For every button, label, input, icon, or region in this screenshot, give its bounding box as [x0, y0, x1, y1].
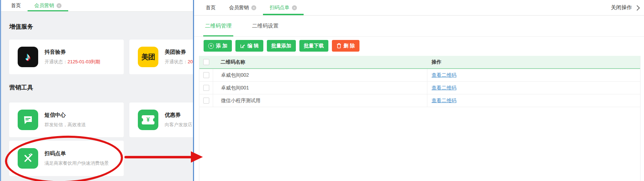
left-edge-scrollbar: [0, 0, 1, 181]
header-checkbox-cell: [199, 59, 213, 65]
add-button-label: 添 加: [216, 43, 227, 49]
tab-home-label: 首页: [11, 2, 21, 9]
section-heading-marketing-tools: 营销工具: [9, 83, 33, 92]
qr-name-cell: 微信小程序测试用: [213, 94, 427, 107]
tab-member-marketing[interactable]: 会员营销 ×: [222, 0, 263, 15]
row-action-cell: 查看二维码: [427, 94, 640, 107]
view-qr-link[interactable]: 查看二维码: [432, 85, 456, 91]
edit-icon: [240, 43, 245, 48]
card-title: 抖音验券: [45, 49, 100, 56]
batch-add-button[interactable]: 批量添加: [267, 40, 296, 52]
table-header-row: 二维码名称 操作: [199, 56, 640, 69]
card-douyin-voucher[interactable]: ♪ 抖音验券 开通状态：2125-01-03到期: [9, 40, 124, 74]
annotation-red-arrow-shaft: [124, 156, 192, 158]
table-row: 卓威包间002 查看二维码: [199, 69, 640, 82]
close-icon[interactable]: ×: [292, 5, 297, 10]
close-operation-label: 关闭操作: [611, 4, 632, 11]
row-checkbox[interactable]: [203, 98, 209, 104]
row-checkbox[interactable]: [203, 72, 209, 78]
tab-home[interactable]: 首页: [4, 0, 28, 11]
column-header-action: 操作: [427, 59, 640, 65]
batch-add-button-label: 批量添加: [271, 43, 291, 49]
add-button[interactable]: + 添 加: [204, 40, 232, 52]
tab-home[interactable]: 首页: [199, 0, 222, 15]
view-qr-link[interactable]: 查看二维码: [432, 72, 456, 78]
row-checkbox-cell: [199, 94, 213, 107]
app-window: 首页 会员营销 × 增值服务 ♪ 抖音验券 开通状态：2125-01-03到期 …: [0, 0, 644, 181]
card-text: 美团验券 开通状态：20: [165, 49, 193, 65]
column-header-name: 二维码名称: [213, 59, 427, 65]
card-desc: 群发短信，高效准送: [45, 122, 86, 128]
meituan-icon-text: 美团: [141, 52, 155, 62]
status-value: 20: [188, 59, 193, 64]
card-desc: 向客户发放店: [165, 122, 192, 128]
batch-download-button-label: 批量下载: [304, 43, 324, 49]
card-title: 美团验券: [165, 49, 193, 56]
subtab-qr-management[interactable]: 二维码管理: [203, 16, 233, 36]
card-title: 短信中心: [45, 112, 86, 118]
row-action-cell: 查看二维码: [427, 69, 640, 81]
close-icon[interactable]: ×: [57, 3, 62, 8]
close-operation-button[interactable]: 关闭操作: [611, 0, 639, 15]
tab-member-marketing[interactable]: 会员营销 ×: [28, 0, 68, 11]
tab-home-label: 首页: [206, 5, 216, 11]
qr-toolbar: + 添 加 编 辑 批量添加 批量下载 删 除: [204, 40, 359, 52]
yen-glyph: ¥: [147, 117, 150, 123]
coupon-icon: ¥: [138, 110, 158, 130]
view-qr-link[interactable]: 查看二维码: [432, 98, 456, 104]
table-row: 卓威包间001 查看二维码: [199, 82, 640, 94]
card-coupon[interactable]: ¥ 优惠券 向客户发放店: [129, 103, 193, 137]
row-checkbox-cell: [199, 82, 213, 94]
status-value: 2125-01-03到期: [68, 59, 100, 64]
card-text: 优惠券 向客户发放店: [165, 112, 192, 128]
tab-scan-order[interactable]: 扫码点单 ×: [263, 0, 304, 15]
chat-bubble-icon: [22, 114, 34, 125]
section-heading-value-added: 增值服务: [9, 23, 33, 31]
close-icon[interactable]: ×: [251, 5, 256, 10]
card-title: 优惠券: [165, 112, 192, 118]
tab-member-marketing-label: 会员营销: [34, 2, 54, 9]
douyin-icon: ♪: [18, 47, 38, 67]
trash-icon: [336, 43, 341, 48]
edit-button-label: 编 辑: [247, 43, 259, 49]
tab-member-marketing-label: 会员营销: [229, 5, 249, 11]
table-row: 微信小程序测试用 查看二维码: [199, 94, 640, 107]
meituan-icon: 美团: [138, 47, 158, 67]
tab-scan-order-label: 扫码点单: [270, 5, 289, 11]
sms-icon: [18, 110, 38, 130]
subtab-qr-management-label: 二维码管理: [205, 23, 232, 29]
right-tab-bar: 首页 会员营销 × 扫码点单 × 关闭操作: [194, 0, 644, 16]
status-label: 开通状态：: [45, 59, 68, 64]
card-status: 开通状态：20: [165, 59, 193, 65]
qr-subtab-bar: 二维码管理 二维码设置: [194, 16, 644, 37]
qr-code-table: 二维码名称 操作 卓威包间002 查看二维码 卓威包间001 查看二维码: [199, 56, 640, 181]
card-text: 抖音验券 开通状态：2125-01-03到期: [45, 49, 100, 65]
subtab-qr-settings-label: 二维码设置: [252, 23, 279, 29]
edit-button[interactable]: 编 辑: [235, 40, 263, 52]
annotation-red-arrow-head: [191, 151, 203, 163]
card-sms-center[interactable]: 短信中心 群发短信，高效准送: [9, 103, 124, 137]
subtab-qr-settings[interactable]: 二维码设置: [250, 16, 280, 36]
delete-button[interactable]: 删 除: [332, 40, 359, 52]
card-meituan-voucher[interactable]: 美团 美团验券 开通状态：20: [129, 40, 193, 74]
row-action-cell: 查看二维码: [427, 82, 640, 94]
delete-button-label: 删 除: [344, 43, 355, 49]
row-checkbox-cell: [199, 69, 213, 81]
left-tab-bar: 首页 会员营销 ×: [0, 0, 193, 12]
plus-circle-icon: +: [208, 43, 214, 49]
scan-order-panel: 首页 会员营销 × 扫码点单 × 关闭操作 二维码管理 二维码设置: [193, 0, 644, 181]
select-all-checkbox[interactable]: [203, 59, 209, 65]
row-checkbox[interactable]: [203, 85, 209, 91]
qr-name-cell: 卓威包间002: [213, 69, 427, 81]
card-text: 短信中心 群发短信，高效准送: [45, 112, 86, 128]
chevron-right-icon: [634, 5, 640, 11]
music-note-icon: ♪: [25, 51, 31, 63]
batch-download-button[interactable]: 批量下载: [299, 40, 328, 52]
status-label: 开通状态：: [165, 59, 188, 64]
card-status: 开通状态：2125-01-03到期: [45, 59, 100, 65]
ticket-shape: ¥: [142, 115, 154, 124]
qr-name-cell: 卓威包间001: [213, 82, 427, 94]
